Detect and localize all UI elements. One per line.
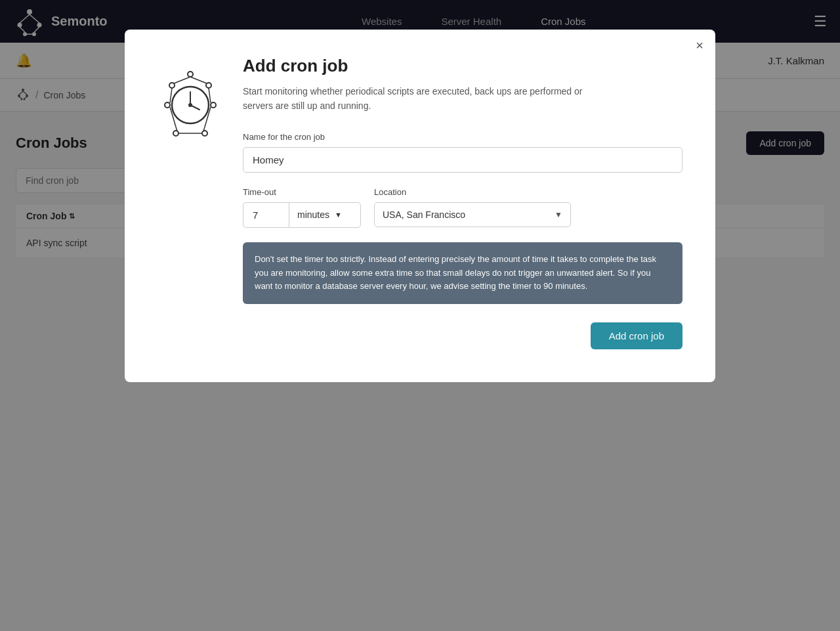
cron-job-illustration bbox=[158, 56, 223, 349]
submit-button[interactable]: Add cron job bbox=[591, 322, 682, 349]
modal-footer: Add cron job bbox=[243, 322, 682, 349]
timeout-number-input[interactable] bbox=[243, 202, 289, 228]
modal-body: Add cron job Start monitoring whether pe… bbox=[125, 30, 715, 382]
svg-point-29 bbox=[202, 131, 207, 136]
location-select[interactable]: USA, San Francisco ▼ bbox=[374, 202, 571, 227]
svg-line-31 bbox=[190, 77, 207, 83]
form-row-timeout-location: Time-out minutes ▼ Location USA, San Fra… bbox=[243, 187, 682, 228]
svg-point-26 bbox=[165, 102, 170, 108]
cron-job-name-input[interactable] bbox=[243, 147, 682, 173]
modal-description: Start monitoring whether periodical scri… bbox=[243, 84, 610, 114]
location-arrow-icon: ▼ bbox=[555, 210, 562, 219]
svg-point-24 bbox=[169, 83, 175, 88]
timeout-unit-value: minutes bbox=[297, 209, 329, 220]
svg-point-28 bbox=[173, 131, 178, 136]
svg-point-25 bbox=[206, 83, 211, 88]
modal-content: Add cron job Start monitoring whether pe… bbox=[243, 56, 682, 349]
info-box: Don't set the timer too strictly. Instea… bbox=[243, 242, 682, 304]
info-text: Don't set the timer too strictly. Instea… bbox=[255, 254, 656, 292]
svg-point-27 bbox=[211, 102, 216, 108]
close-button[interactable]: × bbox=[696, 39, 704, 52]
location-value: USA, San Francisco bbox=[383, 209, 465, 220]
name-label: Name for the cron job bbox=[243, 132, 682, 142]
timeout-unit-arrow: ▼ bbox=[335, 211, 342, 219]
timeout-group: Time-out minutes ▼ bbox=[243, 187, 361, 228]
timeout-label: Time-out bbox=[243, 187, 361, 197]
timeout-unit-select[interactable]: minutes ▼ bbox=[289, 202, 361, 228]
svg-point-23 bbox=[188, 72, 193, 77]
timeout-inputs: minutes ▼ bbox=[243, 202, 361, 228]
location-group: Location USA, San Francisco ▼ bbox=[374, 187, 571, 228]
modal-title: Add cron job bbox=[243, 56, 682, 76]
location-label: Location bbox=[374, 187, 571, 197]
svg-line-30 bbox=[174, 77, 190, 83]
add-cron-job-modal: × bbox=[125, 30, 715, 382]
